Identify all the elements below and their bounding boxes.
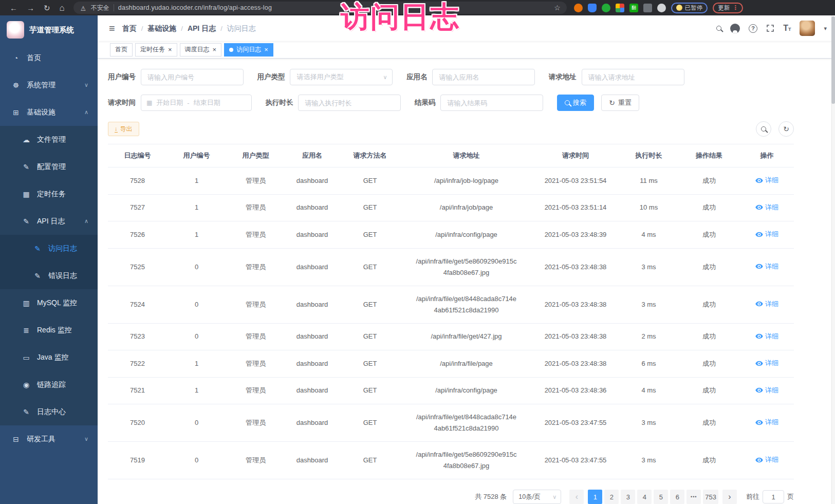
cell-result: 成功 [678,248,740,286]
detail-link[interactable]: 详细 [755,175,778,186]
extension-icon-1[interactable] [574,4,583,12]
app-name-input[interactable] [432,69,535,85]
detail-link[interactable]: 详细 [755,202,778,213]
reset-button[interactable]: ↻ 重置 [601,95,639,111]
help-icon[interactable]: ? [749,24,757,33]
next-page-button[interactable]: › [722,490,737,504]
sidebar-item-访问日志[interactable]: ✎访问日志 [0,235,98,262]
sidebar-item-Java 监控[interactable]: ▭Java 监控 [0,344,98,371]
detail-link[interactable]: 详细 [755,331,778,342]
cell-user_id: 1 [167,194,226,221]
fullscreen-icon[interactable] [766,24,774,32]
page-button-5[interactable]: 5 [654,490,668,504]
sidebar-item-Redis 监控[interactable]: ≣Redis 监控 [0,316,98,344]
tab-首页[interactable]: 首页 [110,43,133,57]
duration-input[interactable] [298,95,401,111]
extension-icon-5[interactable]: 翻 [629,4,638,12]
detail-link[interactable]: 详细 [755,298,778,310]
page-button-2[interactable]: 2 [604,490,619,504]
update-button[interactable]: 更新 ⋮ [713,3,743,13]
page-button-6[interactable]: 6 [670,490,684,504]
tab-调度日志[interactable]: 调度日志× [180,43,222,57]
browser-menu-icon[interactable]: ⋮ [732,4,738,11]
extension-icon-3[interactable] [602,4,610,12]
sidebar-item-基础设施[interactable]: ⊞基础设施∧ [0,99,98,126]
browser-scrollbar[interactable] [831,15,835,504]
sidebar-item-首页[interactable]: ◔首页 [0,44,98,71]
detail-link[interactable]: 详细 [755,454,778,465]
user-type-select[interactable]: 请选择用户类型 ∨ [290,69,393,85]
paused-badge[interactable]: 已暂停 [671,3,708,13]
font-size-icon[interactable]: TT [783,24,791,32]
github-icon[interactable] [730,24,740,33]
request-time-range-picker[interactable]: ▦ 开始日期 - 结束日期 [141,95,252,111]
extension-icon-4[interactable] [616,4,624,12]
forward-icon[interactable]: → [27,4,34,12]
extension-icon-6[interactable] [643,4,652,12]
result-code-input[interactable] [440,95,543,111]
breadcrumb-item[interactable]: 基础设施 [147,24,176,32]
refresh-table-button[interactable]: ↻ [778,121,794,137]
tab-访问日志[interactable]: 访问日志× [224,43,273,57]
extensions-area: 翻 已暂停 更新 ⋮ [574,3,744,13]
tab-定时任务[interactable]: 定时任务× [135,43,177,57]
prev-page-button[interactable]: ‹ [569,490,584,504]
sidebar-item-日志中心[interactable]: ✎日志中心 [0,398,98,425]
sidebar-item-定时任务[interactable]: ▦定时任务 [0,180,98,208]
cell-id: 7519 [108,442,167,479]
hamburger-icon[interactable]: ≡ [109,23,115,34]
page-button-4[interactable]: 4 [637,490,652,504]
page-button-3[interactable]: 3 [621,490,635,504]
avatar[interactable] [800,21,815,36]
search-button[interactable]: 搜索 [557,95,594,111]
toggle-search-button[interactable] [756,121,771,137]
home-icon[interactable]: ⌂ [60,4,65,12]
app-logo[interactable]: 芋道管理系统 [0,15,98,44]
search-icon[interactable] [716,26,721,31]
page-size-select[interactable]: 10条/页 ∨ [513,490,561,504]
detail-link[interactable]: 详细 [755,229,778,240]
page-button-1[interactable]: 1 [588,490,602,504]
request-url-input[interactable] [582,69,684,85]
sidebar-item-label: 首页 [27,53,98,63]
page-button-753[interactable]: 753 [703,490,718,504]
sidebar-item-文件管理[interactable]: ☁文件管理 [0,126,98,153]
cell-url: /api/infra/config/page [401,377,532,404]
detail-link[interactable]: 详细 [755,358,778,369]
caret-down-icon[interactable]: ▾ [824,25,827,32]
bookmark-star-icon[interactable]: ☆ [554,4,561,12]
sidebar-item-研发工具[interactable]: ⊟研发工具∨ [0,425,98,453]
sidebar-item-配置管理[interactable]: ✎配置管理 [0,153,98,180]
table-row: 75230管理员dashboardGET/api/infra/file/get/… [108,323,794,350]
sidebar-item-错误日志[interactable]: ✎错误日志 [0,262,98,289]
breadcrumb-item[interactable]: API 日志 [188,24,216,32]
sidebar-item-MySQL 监控[interactable]: ▥MySQL 监控 [0,289,98,316]
table-header-row: 日志编号用户编号用户类型应用名请求方法名请求地址请求时间执行时长操作结果操作 [108,144,794,167]
column-header: 操作结果 [678,144,740,167]
extension-icon-2[interactable] [588,4,597,12]
close-icon[interactable]: × [168,46,172,53]
pagination-more[interactable]: ••• [686,490,701,504]
export-button[interactable]: ↓ 导出 [108,122,139,136]
breadcrumb-item[interactable]: 首页 [122,24,137,32]
close-icon[interactable]: × [213,46,217,53]
tab-label: 调度日志 [185,45,210,54]
detail-link[interactable]: 详细 [755,261,778,272]
detail-label: 详细 [765,358,778,369]
scrollbar-thumb[interactable] [831,16,835,104]
detail-link[interactable]: 详细 [755,385,778,396]
detail-link[interactable]: 详细 [755,417,778,428]
back-icon[interactable]: ← [10,4,17,12]
sidebar-item-链路追踪[interactable]: ◉链路追踪 [0,371,98,398]
user-type-label: 用户类型 [257,72,285,82]
sidebar-item-API 日志[interactable]: ✎API 日志∧ [0,208,98,235]
user-id-input[interactable] [141,69,244,85]
sidebar-item-系统管理[interactable]: ☸系统管理∨ [0,71,98,99]
reload-icon[interactable]: ↻ [44,4,50,12]
chevron-down-icon: ∨ [84,436,88,442]
extension-puzzle-icon[interactable] [657,4,666,12]
address-bar[interactable]: △ 不安全 dashboard.yudao.iocoder.cn/infra/l… [73,2,567,14]
close-icon[interactable]: × [264,46,268,53]
cell-url: /api/infra/job-log/page [401,167,532,195]
goto-page-input[interactable] [763,490,784,503]
